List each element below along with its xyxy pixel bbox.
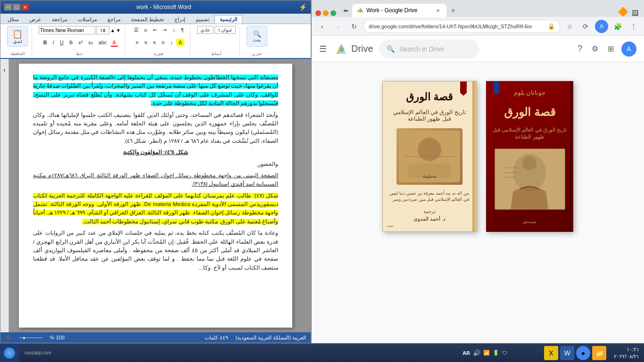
- chrome-new-tab-btn-left[interactable]: ⬅: [339, 4, 352, 17]
- minimize-button[interactable]: ─: [4, 4, 12, 10]
- maximize-button[interactable]: □: [13, 4, 20, 10]
- align-center[interactable]: ≡: [142, 39, 149, 46]
- gdrive-profile-avatar[interactable]: A: [621, 41, 636, 57]
- subscript-button[interactable]: x₂: [86, 39, 95, 47]
- word-window: ─ □ ✕ work - Microsoft Word ⚡ سجّل عرض م…: [0, 0, 311, 343]
- gdrive-logo: Drive: [334, 43, 373, 55]
- find-button[interactable]: 🔍بحث: [247, 26, 267, 47]
- extensions-button[interactable]: 🧩: [611, 20, 624, 33]
- tab-review[interactable]: مراجعة: [47, 15, 73, 24]
- book2-svg: [495, 149, 565, 210]
- gdrive-menu-icon[interactable]: ☰: [319, 44, 327, 54]
- lock-icon[interactable]: 🔒: [548, 23, 555, 30]
- underline-button[interactable]: U: [58, 39, 66, 46]
- taskbar-date: ٢٠٢٢/٠٨/٢١: [614, 353, 639, 360]
- paste-button[interactable]: 📋لصق: [7, 26, 28, 47]
- ribbon-group-editing: 🔍بحث تحرير: [243, 26, 271, 56]
- chrome-tab-close[interactable]: ✕: [434, 7, 442, 14]
- justify-button[interactable]: ≡: [159, 39, 167, 46]
- address-bar[interactable]: drive.google.com/drive/folders/14-UhT-Np…: [363, 20, 560, 33]
- strikethrough-button[interactable]: S: [67, 39, 75, 46]
- indent-increase[interactable]: ⇒: [160, 26, 169, 34]
- paragraph-6: وعادة ما كان المُصنَّف يكتب كتابه بخط يد…: [33, 229, 278, 272]
- gdrive-help-icon[interactable]: ?: [578, 44, 582, 54]
- taskbar-folder-icon[interactable]: 📁: [592, 346, 606, 360]
- word-window-controls[interactable]: ─ □ ✕: [4, 4, 29, 10]
- chrome-menu-button[interactable]: ⋮: [627, 20, 640, 33]
- italic-button[interactable]: I: [50, 39, 57, 46]
- history-button[interactable]: ⟳: [579, 20, 592, 33]
- highlight-color[interactable]: A: [176, 39, 184, 46]
- para-row-2: ≡ ≡ ≡ ≡ ↕ A: [133, 39, 184, 46]
- gdrive-search-box[interactable]: 🔍 Search in Drive: [379, 40, 479, 58]
- taskbar-watermark: mostaql.com: [21, 350, 55, 355]
- para-row-1: ☰ ≡ ⇐ ⇒ ↕ ¶: [132, 26, 186, 34]
- indent-decrease[interactable]: ⇐: [150, 26, 159, 34]
- profile-avatar[interactable]: A: [595, 20, 608, 33]
- taskbar-apps: mostaql.com: [21, 344, 55, 362]
- font-name-input[interactable]: [39, 26, 95, 34]
- gdrive-content: قصة الورق تاريخ الورق في العالم الإسلامي…: [312, 62, 644, 343]
- taskbar-chrome-icon[interactable]: ●: [576, 346, 590, 360]
- line-spacing[interactable]: ↕: [168, 39, 175, 46]
- forward-button[interactable]: ›: [331, 20, 345, 33]
- zoom-out[interactable]: ➕: [5, 335, 12, 341]
- chrome-titlebar: ⬅ Work - Google Drive ✕ ＋ 🔶 🖼: [312, 0, 644, 17]
- tab-mailings[interactable]: مراسلات: [73, 15, 102, 24]
- chrome-new-tab-btn[interactable]: ＋: [446, 4, 460, 17]
- start-button[interactable]: [0, 344, 19, 362]
- style-normal[interactable]: عادي: [197, 26, 214, 34]
- book1-author: د. أحمد المدوى: [413, 216, 446, 222]
- svg-point-10: [522, 156, 537, 170]
- drive-favicon: [357, 7, 363, 14]
- book-display: قصة الورق تاريخ الورق في العالم الإسلامي…: [382, 81, 573, 232]
- tab-insert[interactable]: إدراج: [169, 15, 190, 24]
- paragraph-4: الصفحة اليمنى من واجهة مخطوطة رسائل إخوا…: [33, 171, 278, 189]
- word-page: مصنفاته التي نسخها الخطاطون بخطوط جيدة، …: [19, 64, 292, 328]
- chrome-close-btn[interactable]: [315, 10, 321, 16]
- align-right[interactable]: ≡: [133, 39, 140, 46]
- font-color-button[interactable]: A: [110, 39, 118, 47]
- font-group-label: خط: [76, 51, 83, 56]
- book-cover-2: جوناثان بلوم قصة الورق تاريخ الورق في ال…: [486, 81, 573, 232]
- align-left[interactable]: ≡: [150, 39, 158, 46]
- tab-layout[interactable]: تخطيط الصفحة: [126, 15, 169, 24]
- reload-button[interactable]: ↻: [347, 20, 361, 33]
- tab-sijjil[interactable]: سجّل: [2, 15, 24, 24]
- book2-publisher: موستق: [523, 219, 537, 224]
- ruler-mark: ⬆: [3, 68, 6, 73]
- taskbar-word-icon[interactable]: W: [560, 346, 574, 360]
- font-size-input[interactable]: [96, 26, 109, 34]
- gdrive-settings-icon[interactable]: ⚙: [592, 44, 598, 53]
- clear-format-button[interactable]: abc: [96, 39, 109, 46]
- network-icon[interactable]: 📶: [483, 350, 490, 356]
- styles-row: عادي عنوان ١: [197, 26, 236, 34]
- chrome-min-btn[interactable]: [323, 10, 329, 16]
- style-heading1[interactable]: عنوان ١: [215, 26, 236, 34]
- chrome-active-tab[interactable]: Work - Google Drive ✕: [352, 4, 446, 17]
- volume-icon[interactable]: 🔊: [473, 349, 480, 356]
- zoom-bar[interactable]: ─────●─: [19, 335, 42, 340]
- tab-view[interactable]: عرض: [24, 15, 47, 24]
- tab-home[interactable]: الرئيسية: [215, 15, 242, 24]
- back-button[interactable]: ‹: [315, 20, 329, 33]
- bold-button[interactable]: B: [41, 39, 50, 46]
- gdrive-grid-icon[interactable]: ⊞: [608, 44, 614, 53]
- word-doc-area: ⬆ مصنفاته التي نسخها الخطاطون بخطوط جيدة…: [0, 59, 311, 332]
- show-marks-button[interactable]: ¶: [179, 26, 186, 34]
- chrome-max-btn[interactable]: [330, 10, 336, 16]
- sort-button[interactable]: ↕: [170, 26, 178, 34]
- taskbar-excel-icon[interactable]: X: [544, 346, 558, 360]
- font-size-down[interactable]: ▼: [116, 28, 121, 33]
- superscript-button[interactable]: x²: [76, 39, 85, 46]
- font-size-up[interactable]: ▲: [110, 28, 115, 33]
- close-button[interactable]: ✕: [21, 4, 29, 10]
- battery-icon[interactable]: 🔋: [493, 350, 499, 356]
- bullets-button[interactable]: ☰: [132, 26, 141, 34]
- book2-illustration: [495, 148, 565, 210]
- bookmark-button[interactable]: ☆: [563, 20, 576, 33]
- tab-design[interactable]: تصميم: [190, 15, 215, 24]
- tab-references[interactable]: مراجع: [102, 15, 126, 24]
- numbering-button[interactable]: ≡: [142, 26, 149, 34]
- taskbar-time: ١٠:٢١: [614, 346, 639, 353]
